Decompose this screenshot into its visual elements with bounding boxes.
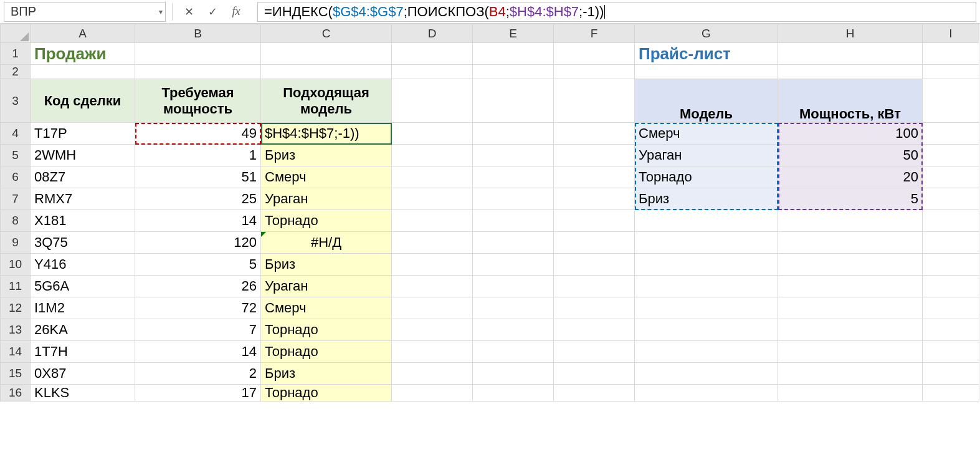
row-header-10[interactable]: 10 [1,254,31,276]
cell-H12[interactable] [778,297,923,319]
cell-F15[interactable] [554,363,635,385]
cell-I5[interactable] [923,145,979,166]
cell-E15[interactable] [473,363,554,385]
cell-rmodel-4[interactable]: Смерч [635,123,778,145]
cell-G14[interactable] [635,341,778,363]
cell-H15[interactable] [778,363,923,385]
cell-power-16[interactable]: 17 [135,385,261,402]
cell-power-4[interactable]: 49 [135,123,261,145]
row-header-9[interactable]: 9 [1,232,31,254]
cell-rpower-5[interactable]: 50 [778,145,923,166]
cell-H8[interactable] [778,210,923,232]
cell-H14[interactable] [778,341,923,363]
cell-model-4[interactable]: $H$4:$H$7;-1)) [261,123,392,145]
row-header-15[interactable]: 15 [1,363,31,385]
col-header-G[interactable]: G [635,24,778,43]
cancel-icon[interactable]: ✕ [181,4,196,19]
cell-D12[interactable] [392,297,473,319]
row-header-2[interactable]: 2 [1,65,31,79]
cell-I2[interactable] [923,65,979,79]
cell-model-12[interactable]: Смерч [261,297,392,319]
cell-H10[interactable] [778,254,923,276]
row-header-12[interactable]: 12 [1,297,31,319]
cell-code-12[interactable]: I1M2 [31,297,135,319]
cell-D5[interactable] [392,145,473,166]
cell-code-13[interactable]: 26KA [31,319,135,341]
cell-F14[interactable] [554,341,635,363]
cell-F6[interactable] [554,166,635,188]
cell-F10[interactable] [554,254,635,276]
cell-D14[interactable] [392,341,473,363]
cell-power-11[interactable]: 26 [135,276,261,297]
header-model[interactable]: Подходящая модель [261,79,392,123]
cell-code-14[interactable]: 1T7H [31,341,135,363]
fx-icon[interactable]: fx [229,4,244,19]
cell-G11[interactable] [635,276,778,297]
cell-rpower-4[interactable]: 100 [778,123,923,145]
cell-I14[interactable] [923,341,979,363]
cell-F1[interactable] [554,43,635,65]
cell-model-11[interactable]: Ураган [261,276,392,297]
name-box[interactable]: ВПР ▾ [4,2,166,22]
row-header-8[interactable]: 8 [1,210,31,232]
cell-model-15[interactable]: Бриз [261,363,392,385]
cell-code-15[interactable]: 0X87 [31,363,135,385]
cell-power-14[interactable]: 14 [135,341,261,363]
cell-F7[interactable] [554,188,635,210]
cell-model-7[interactable]: Ураган [261,188,392,210]
cell-power-15[interactable]: 2 [135,363,261,385]
header-right-power[interactable]: Мощность, кВт [778,79,923,123]
cell-G15[interactable] [635,363,778,385]
cell-I12[interactable] [923,297,979,319]
cell-A2[interactable] [31,65,135,79]
cell-model-10[interactable]: Бриз [261,254,392,276]
cell-I7[interactable] [923,188,979,210]
cell-I15[interactable] [923,363,979,385]
cell-D2[interactable] [392,65,473,79]
cell-model-14[interactable]: Торнадо [261,341,392,363]
cell-power-8[interactable]: 14 [135,210,261,232]
cell-G10[interactable] [635,254,778,276]
cell-D11[interactable] [392,276,473,297]
cell-I16[interactable] [923,385,979,402]
cell-E6[interactable] [473,166,554,188]
cell-G9[interactable] [635,232,778,254]
col-header-H[interactable]: H [778,24,923,43]
row-header-6[interactable]: 6 [1,166,31,188]
cell-H11[interactable] [778,276,923,297]
cell-code-9[interactable]: 3Q75 [31,232,135,254]
cell-D9[interactable] [392,232,473,254]
cell-I4[interactable] [923,123,979,145]
cell-D4[interactable] [392,123,473,145]
cell-E16[interactable] [473,385,554,402]
cell-H9[interactable] [778,232,923,254]
formula-input[interactable]: =ИНДЕКС($G$4:$G$7;ПОИСКПОЗ(B4;$H$4:$H$7;… [257,2,976,22]
cell-model-6[interactable]: Смерч [261,166,392,188]
cell-code-16[interactable]: KLKS [31,385,135,402]
cell-F13[interactable] [554,319,635,341]
cell-G2[interactable] [635,65,778,79]
cell-power-5[interactable]: 1 [135,145,261,166]
col-header-F[interactable]: F [554,24,635,43]
row-header-1[interactable]: 1 [1,43,31,65]
cell-G8[interactable] [635,210,778,232]
cell-E9[interactable] [473,232,554,254]
cell-E2[interactable] [473,65,554,79]
cell-C2[interactable] [261,65,392,79]
cell-D15[interactable] [392,363,473,385]
cell-power-7[interactable]: 25 [135,188,261,210]
cell-G13[interactable] [635,319,778,341]
cell-D8[interactable] [392,210,473,232]
cell-D1[interactable] [392,43,473,65]
cell-H13[interactable] [778,319,923,341]
cell-power-6[interactable]: 51 [135,166,261,188]
col-header-B[interactable]: B [135,24,261,43]
cell-model-16[interactable]: Торнадо [261,385,392,402]
cell-G12[interactable] [635,297,778,319]
cell-H1[interactable] [778,43,923,65]
cell-E5[interactable] [473,145,554,166]
col-header-A[interactable]: A [31,24,135,43]
row-header-14[interactable]: 14 [1,341,31,363]
cell-F2[interactable] [554,65,635,79]
cell-F5[interactable] [554,145,635,166]
